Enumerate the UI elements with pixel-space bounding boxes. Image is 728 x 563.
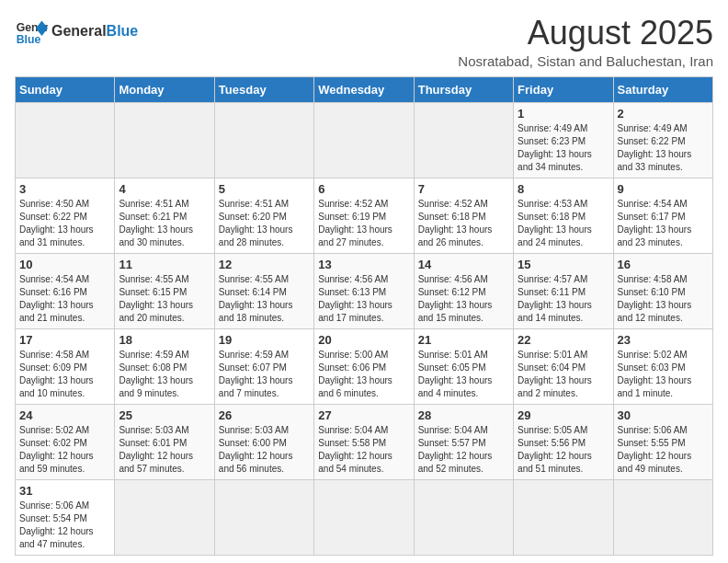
day-number: 16 (618, 258, 709, 271)
day-info: Sunrise: 4:57 AM Sunset: 6:11 PM Dayligh… (518, 273, 609, 325)
day-number: 8 (518, 182, 609, 196)
calendar-cell: 16Sunrise: 4:58 AM Sunset: 6:10 PM Dayli… (613, 253, 712, 328)
calendar-week-row: 31Sunrise: 5:06 AM Sunset: 5:54 PM Dayli… (16, 479, 713, 555)
calendar-header-row: SundayMondayTuesdayWednesdayThursdayFrid… (16, 76, 713, 102)
header-cell-sunday: Sunday (16, 76, 115, 102)
calendar-cell: 9Sunrise: 4:54 AM Sunset: 6:17 PM Daylig… (613, 178, 712, 253)
calendar-week-row: 1Sunrise: 4:49 AM Sunset: 6:23 PM Daylig… (16, 102, 713, 178)
calendar-cell (314, 102, 414, 178)
day-number: 18 (119, 333, 210, 347)
day-number: 6 (318, 182, 409, 196)
calendar-title: August 2025 (458, 15, 713, 52)
day-info: Sunrise: 5:01 AM Sunset: 6:04 PM Dayligh… (518, 349, 609, 400)
calendar-cell: 7Sunrise: 4:52 AM Sunset: 6:18 PM Daylig… (414, 178, 513, 253)
calendar-cell (214, 102, 313, 178)
day-number: 24 (19, 408, 110, 422)
day-info: Sunrise: 4:51 AM Sunset: 6:21 PM Dayligh… (119, 198, 210, 249)
calendar-week-row: 17Sunrise: 4:58 AM Sunset: 6:09 PM Dayli… (16, 328, 713, 404)
calendar-cell (214, 479, 313, 555)
calendar-cell: 3Sunrise: 4:50 AM Sunset: 6:22 PM Daylig… (16, 178, 115, 253)
day-number: 7 (418, 182, 509, 196)
logo-text: GeneralBlue (51, 23, 138, 40)
calendar-cell: 25Sunrise: 5:03 AM Sunset: 6:01 PM Dayli… (115, 404, 214, 479)
day-number: 25 (119, 408, 210, 422)
calendar-cell: 14Sunrise: 4:56 AM Sunset: 6:12 PM Dayli… (414, 253, 513, 328)
day-info: Sunrise: 4:52 AM Sunset: 6:19 PM Dayligh… (318, 198, 409, 249)
day-info: Sunrise: 4:59 AM Sunset: 6:08 PM Dayligh… (119, 349, 210, 400)
title-area: August 2025 Nosratabad, Sistan and Baluc… (458, 15, 713, 69)
day-info: Sunrise: 4:53 AM Sunset: 6:18 PM Dayligh… (518, 198, 609, 249)
day-number: 11 (119, 258, 210, 271)
day-number: 4 (119, 182, 210, 196)
day-number: 29 (518, 408, 609, 422)
calendar-cell (115, 479, 214, 555)
day-info: Sunrise: 4:52 AM Sunset: 6:18 PM Dayligh… (418, 198, 509, 249)
calendar-cell: 15Sunrise: 4:57 AM Sunset: 6:11 PM Dayli… (514, 253, 613, 328)
calendar-cell: 26Sunrise: 5:03 AM Sunset: 6:00 PM Dayli… (214, 404, 313, 479)
page-header: General Blue GeneralBlue August 2025 Nos… (15, 15, 713, 69)
day-info: Sunrise: 4:56 AM Sunset: 6:13 PM Dayligh… (318, 273, 409, 325)
calendar-cell (613, 479, 712, 555)
day-number: 15 (518, 258, 609, 271)
calendar-subtitle: Nosratabad, Sistan and Baluchestan, Iran (458, 53, 713, 69)
calendar-cell (414, 102, 513, 178)
day-number: 17 (19, 333, 110, 347)
header-cell-thursday: Thursday (414, 76, 513, 102)
day-number: 28 (418, 408, 509, 422)
calendar-cell: 2Sunrise: 4:49 AM Sunset: 6:22 PM Daylig… (613, 102, 712, 178)
day-number: 13 (318, 258, 409, 271)
calendar-cell: 1Sunrise: 4:49 AM Sunset: 6:23 PM Daylig… (514, 102, 613, 178)
calendar-cell: 10Sunrise: 4:54 AM Sunset: 6:16 PM Dayli… (16, 253, 115, 328)
header-cell-tuesday: Tuesday (214, 76, 313, 102)
calendar-cell: 13Sunrise: 4:56 AM Sunset: 6:13 PM Dayli… (314, 253, 414, 328)
day-number: 2 (618, 107, 709, 121)
calendar-week-row: 3Sunrise: 4:50 AM Sunset: 6:22 PM Daylig… (16, 178, 713, 253)
day-info: Sunrise: 5:02 AM Sunset: 6:02 PM Dayligh… (19, 424, 110, 476)
calendar-cell (16, 102, 115, 178)
calendar-cell (314, 479, 414, 555)
calendar-cell: 20Sunrise: 5:00 AM Sunset: 6:06 PM Dayli… (314, 328, 414, 404)
day-number: 27 (318, 408, 409, 422)
day-info: Sunrise: 5:06 AM Sunset: 5:54 PM Dayligh… (19, 500, 110, 551)
day-info: Sunrise: 5:06 AM Sunset: 5:55 PM Dayligh… (618, 424, 709, 476)
calendar-cell (414, 479, 513, 555)
calendar-cell: 11Sunrise: 4:55 AM Sunset: 6:15 PM Dayli… (115, 253, 214, 328)
day-number: 3 (19, 182, 110, 196)
calendar-cell: 24Sunrise: 5:02 AM Sunset: 6:02 PM Dayli… (16, 404, 115, 479)
day-info: Sunrise: 5:02 AM Sunset: 6:03 PM Dayligh… (618, 349, 709, 400)
calendar-cell: 22Sunrise: 5:01 AM Sunset: 6:04 PM Dayli… (514, 328, 613, 404)
day-info: Sunrise: 4:55 AM Sunset: 6:15 PM Dayligh… (119, 273, 210, 325)
day-info: Sunrise: 4:58 AM Sunset: 6:09 PM Dayligh… (19, 349, 110, 400)
day-info: Sunrise: 4:51 AM Sunset: 6:20 PM Dayligh… (219, 198, 310, 249)
day-info: Sunrise: 4:54 AM Sunset: 6:17 PM Dayligh… (618, 198, 709, 249)
day-number: 30 (618, 408, 709, 422)
day-info: Sunrise: 5:04 AM Sunset: 5:57 PM Dayligh… (418, 424, 509, 476)
day-number: 10 (19, 258, 110, 271)
day-number: 20 (318, 333, 409, 347)
day-info: Sunrise: 4:56 AM Sunset: 6:12 PM Dayligh… (418, 273, 509, 325)
calendar-cell: 30Sunrise: 5:06 AM Sunset: 5:55 PM Dayli… (613, 404, 712, 479)
day-number: 19 (219, 333, 310, 347)
calendar-cell: 19Sunrise: 4:59 AM Sunset: 6:07 PM Dayli… (214, 328, 313, 404)
logo: General Blue GeneralBlue (15, 15, 138, 48)
day-number: 26 (219, 408, 310, 422)
calendar-cell (115, 102, 214, 178)
day-number: 5 (219, 182, 310, 196)
day-info: Sunrise: 4:49 AM Sunset: 6:23 PM Dayligh… (518, 122, 609, 174)
header-cell-monday: Monday (115, 76, 214, 102)
calendar-cell: 27Sunrise: 5:04 AM Sunset: 5:58 PM Dayli… (314, 404, 414, 479)
header-cell-friday: Friday (514, 76, 613, 102)
calendar-cell: 12Sunrise: 4:55 AM Sunset: 6:14 PM Dayli… (214, 253, 313, 328)
day-info: Sunrise: 5:03 AM Sunset: 6:00 PM Dayligh… (219, 424, 310, 476)
day-number: 21 (418, 333, 509, 347)
calendar-cell: 23Sunrise: 5:02 AM Sunset: 6:03 PM Dayli… (613, 328, 712, 404)
day-info: Sunrise: 4:50 AM Sunset: 6:22 PM Dayligh… (19, 198, 110, 249)
day-number: 9 (618, 182, 709, 196)
day-info: Sunrise: 4:58 AM Sunset: 6:10 PM Dayligh… (618, 273, 709, 325)
day-number: 22 (518, 333, 609, 347)
calendar-cell: 5Sunrise: 4:51 AM Sunset: 6:20 PM Daylig… (214, 178, 313, 253)
calendar-cell: 6Sunrise: 4:52 AM Sunset: 6:19 PM Daylig… (314, 178, 414, 253)
day-info: Sunrise: 5:04 AM Sunset: 5:58 PM Dayligh… (318, 424, 409, 476)
day-info: Sunrise: 4:55 AM Sunset: 6:14 PM Dayligh… (219, 273, 310, 325)
calendar-week-row: 10Sunrise: 4:54 AM Sunset: 6:16 PM Dayli… (16, 253, 713, 328)
